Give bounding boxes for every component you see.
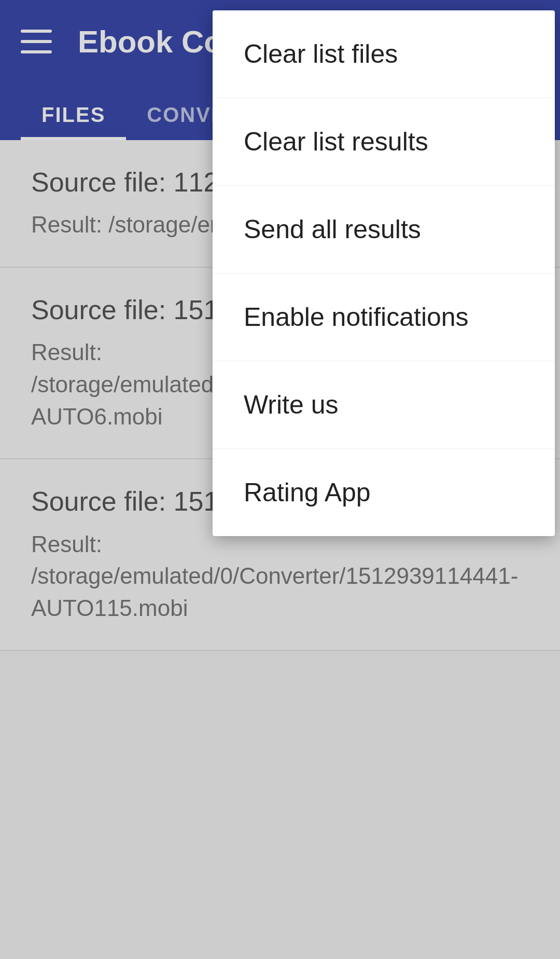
menu-item-clear-list-results[interactable]: Clear list results — [213, 98, 555, 186]
menu-item-enable-notifications[interactable]: Enable notifications — [213, 273, 555, 361]
menu-item-rating-app[interactable]: Rating App — [213, 449, 555, 536]
menu-item-send-all-results[interactable]: Send all results — [213, 186, 555, 273]
dropdown-menu: Clear list files Clear list results Send… — [213, 10, 555, 536]
menu-item-clear-list-files[interactable]: Clear list files — [213, 10, 555, 98]
menu-item-write-us[interactable]: Write us — [213, 361, 555, 449]
overlay[interactable]: Clear list files Clear list results Send… — [0, 0, 560, 959]
